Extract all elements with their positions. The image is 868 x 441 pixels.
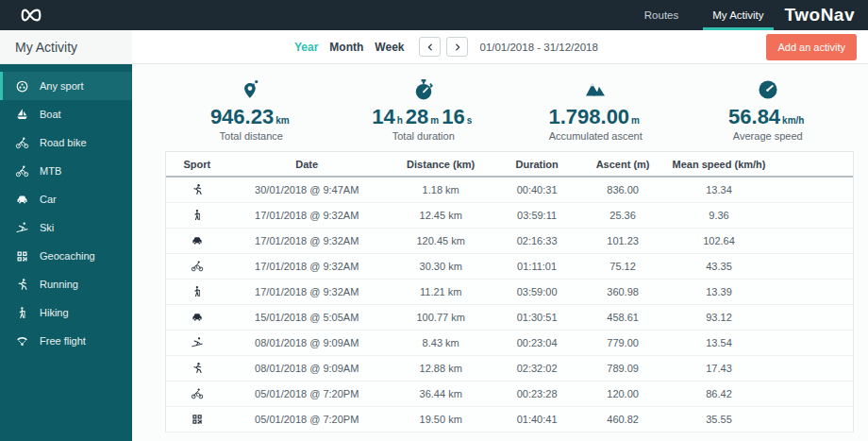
cell-sport	[166, 260, 228, 273]
sidebar-item-ski[interactable]: Ski	[0, 213, 132, 242]
cell-mean-speed: 102.64	[667, 235, 770, 246]
main-area: YearMonthWeek 01/01/2018 - 31/12/2018 Ad…	[132, 30, 868, 441]
table-row[interactable]: 15/01/2018 @ 5:05AM100.77 km01:30:51458.…	[166, 305, 853, 331]
boat-icon	[14, 107, 29, 122]
cell-mean-speed: 13.34	[667, 184, 770, 195]
sidebar-item-label: Free flight	[40, 335, 86, 347]
cell-distance: 120.45 km	[386, 235, 495, 246]
cell-distance: 19.50 km	[386, 414, 495, 425]
cell-mean-speed: 93.12	[667, 312, 770, 323]
sidebar-item-geocaching[interactable]: Geocaching	[0, 242, 132, 270]
cell-duration: 00:40:31	[495, 184, 577, 195]
anysport-icon	[15, 79, 29, 93]
table-row[interactable]: 17/01/2018 @ 9:32AM120.45 km02:16:33101.…	[166, 229, 853, 254]
stat-value: 56.84km/h	[682, 106, 855, 127]
freeflight-icon	[15, 334, 29, 348]
pin-icon	[165, 77, 338, 106]
stat-unit: km/h	[782, 115, 804, 126]
cell-ascent: 360.98	[578, 286, 668, 297]
sidebar-item-label: Road bike	[40, 137, 87, 148]
sidebar-item-label: Car	[40, 194, 57, 205]
running-icon	[15, 278, 29, 292]
stat-total-duration: 14h28m16sTotal duration	[338, 77, 510, 142]
period-option-year[interactable]: Year	[294, 41, 318, 54]
hiking-icon	[14, 305, 29, 320]
sidebar-item-any-sport[interactable]: Any sport	[0, 72, 132, 100]
sidebar-item-mtb[interactable]: MTB	[0, 157, 132, 185]
bike-icon	[14, 163, 29, 178]
stat-number: 28	[406, 105, 428, 128]
cell-sport	[166, 209, 228, 222]
sidebar-item-free-flight[interactable]: Free flight	[0, 327, 132, 355]
sidebar-item-boat[interactable]: Boat	[0, 100, 132, 128]
content: 946.23kmTotal distance14h28m16sTotal dur…	[132, 64, 868, 441]
table-row[interactable]: 17/01/2018 @ 9:32AM12.45 km03:59:1125.36…	[166, 203, 853, 229]
table-row[interactable]: 05/01/2018 @ 7:20PM36.44 km00:23:28120.0…	[166, 382, 853, 407]
cell-date: 17/01/2018 @ 9:32AM	[228, 261, 386, 272]
table-row[interactable]: 30/01/2018 @ 9:47AM1.18 km00:40:31836.00…	[166, 178, 853, 203]
sidebar-item-road-bike[interactable]: Road bike	[0, 128, 132, 157]
prev-period-button[interactable]	[419, 37, 441, 57]
cell-mean-speed: 17.43	[667, 363, 770, 374]
cell-distance: 11.21 km	[386, 286, 495, 297]
date-range-label: 01/01/2018 - 31/12/2018	[479, 42, 597, 53]
cell-duration: 01:40:41	[495, 414, 577, 425]
sidebar-item-car[interactable]: Car	[0, 185, 132, 213]
add-activity-button[interactable]: Add an activity	[766, 34, 857, 60]
next-period-button[interactable]	[446, 37, 468, 57]
hiking-icon	[191, 209, 204, 222]
geocaching-icon	[191, 413, 204, 426]
stopwatch-icon	[338, 77, 510, 106]
stat-total-distance: 946.23kmTotal distance	[165, 77, 338, 142]
ski-icon	[14, 220, 29, 235]
cell-duration: 00:23:28	[495, 388, 577, 399]
cell-date: 17/01/2018 @ 9:32AM	[228, 210, 386, 221]
stat-unit: km	[275, 115, 289, 126]
cell-ascent: 458.61	[578, 312, 668, 323]
bike-icon	[15, 164, 29, 178]
bike-icon	[191, 387, 204, 400]
cell-sport	[166, 362, 228, 375]
cell-date: 15/01/2018 @ 5:05AM	[228, 312, 386, 323]
car-icon	[15, 193, 29, 207]
table-row[interactable]: 17/01/2018 @ 9:32AM30.30 km01:11:0175.12…	[166, 254, 853, 280]
sidebar-item-hiking[interactable]: Hiking	[0, 298, 132, 327]
brand-wordmark[interactable]: TwoNav	[785, 5, 855, 25]
cell-mean-speed: 35.55	[667, 414, 770, 425]
stats-summary: 946.23kmTotal distance14h28m16sTotal dur…	[165, 77, 854, 142]
cell-distance: 12.45 km	[386, 210, 495, 221]
top-bar: RoutesMy Activity TwoNav	[0, 0, 868, 30]
period-option-month[interactable]: Month	[329, 41, 363, 54]
cell-date: 08/01/2018 @ 9:09AM	[228, 337, 386, 348]
stat-number: 14	[372, 105, 394, 128]
speedometer-icon	[682, 77, 855, 106]
period-nav	[419, 37, 468, 57]
cell-date: 08/01/2018 @ 9:09AM	[228, 363, 386, 374]
table-row[interactable]: 05/01/2018 @ 7:20PM19.50 km01:40:41460.8…	[166, 407, 853, 433]
sidebar-item-running[interactable]: Running	[0, 270, 132, 298]
mountain-icon	[583, 77, 608, 102]
sport-filter-nav: Any sportBoatRoad bikeMTBCarSkiGeocachin…	[0, 64, 132, 441]
period-option-week[interactable]: Week	[375, 41, 404, 54]
cell-distance: 36.44 km	[386, 388, 495, 399]
table-row[interactable]: 08/01/2018 @ 9:09AM12.88 km02:32:02789.0…	[166, 356, 853, 382]
topnav-my-activity[interactable]: My Activity	[695, 0, 780, 30]
sidebar-item-label: Hiking	[40, 307, 69, 318]
topnav-routes[interactable]: Routes	[627, 0, 695, 30]
bike-icon	[15, 136, 29, 150]
cell-ascent: 460.82	[578, 414, 668, 425]
twonav-logo-icon[interactable]	[17, 7, 45, 24]
stat-unit: h	[397, 115, 403, 126]
table-row[interactable]: 17/01/2018 @ 9:32AM11.21 km03:59:00360.9…	[166, 280, 853, 305]
table-row[interactable]: 08/01/2018 @ 9:09AM8.43 km00:23:04779.00…	[166, 331, 853, 356]
cell-mean-speed: 9.36	[667, 210, 770, 221]
cell-sport	[166, 413, 228, 426]
cell-sport	[166, 285, 228, 298]
stat-unit: m	[631, 115, 640, 126]
cell-sport	[166, 336, 228, 349]
cell-mean-speed: 13.39	[667, 286, 770, 297]
cell-ascent: 75.12	[578, 261, 668, 272]
cell-sport	[166, 234, 228, 247]
stat-value: 946.23km	[165, 106, 338, 127]
cell-duration: 03:59:00	[495, 286, 577, 297]
